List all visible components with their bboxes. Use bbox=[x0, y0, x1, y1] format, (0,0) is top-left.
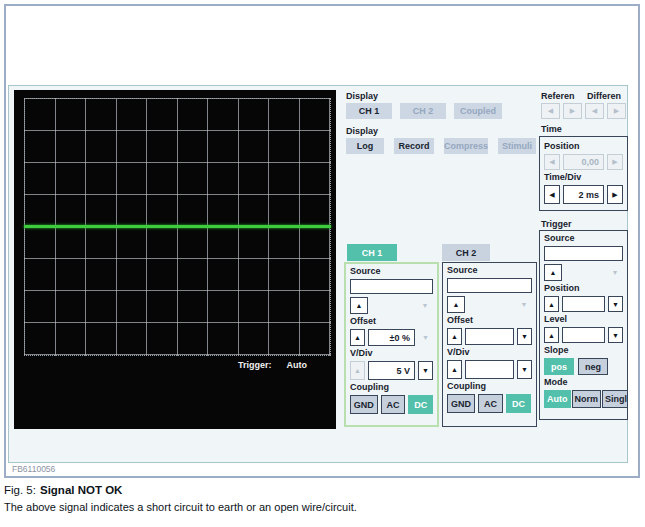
stimuli-button[interactable]: Stimuli bbox=[498, 138, 536, 154]
ch1-coupling-label: Coupling bbox=[350, 382, 433, 392]
figure-caption: Fig. 5:Signal NOT OK bbox=[4, 484, 122, 496]
up-arrow-icon: ▲ bbox=[354, 367, 361, 374]
display-coupled-button[interactable]: Coupled bbox=[454, 103, 502, 119]
timediv-increment-button[interactable]: ▶ bbox=[607, 185, 623, 204]
ch1-panel: Source ▲ ▼ Offset ▲ ±0 % ▼ V/Div ▲ 5 V ▼… bbox=[344, 262, 439, 427]
down-arrow-icon: ▼ bbox=[521, 301, 528, 308]
reference-arrows: ◀ ▶ bbox=[541, 103, 582, 119]
figure-caption-prefix: Fig. 5: bbox=[4, 484, 36, 496]
time-position-decrement-button[interactable]: ◀ bbox=[544, 154, 560, 170]
slope-neg-button[interactable]: neg bbox=[578, 358, 608, 375]
ch1-tab-button[interactable]: CH 1 bbox=[347, 244, 397, 261]
time-group-label: Time bbox=[541, 124, 562, 134]
ch2-vdiv-down-button[interactable]: ▼ bbox=[517, 360, 532, 379]
difference-next-button[interactable]: ▶ bbox=[607, 103, 626, 119]
trigger-position-value bbox=[562, 296, 605, 312]
ch1-vdiv-down-button[interactable]: ▼ bbox=[418, 361, 433, 380]
up-arrow-icon: ▲ bbox=[354, 334, 361, 341]
trigger-readout-value: Auto bbox=[287, 360, 308, 370]
ch1-coupling-gnd-button[interactable]: GND bbox=[350, 395, 378, 414]
ch1-coupling-ac-button[interactable]: AC bbox=[381, 395, 406, 414]
trigger-readout-label: Trigger: bbox=[238, 360, 272, 370]
ch2-vdiv-up-button[interactable]: ▲ bbox=[447, 360, 462, 379]
time-position-increment-button[interactable]: ▶ bbox=[607, 154, 623, 170]
trigger-position-down-button[interactable]: ▼ bbox=[608, 296, 623, 312]
ch1-source-up-button[interactable]: ▲ bbox=[350, 297, 368, 314]
trigger-level-value bbox=[562, 327, 605, 343]
ch2-panel: Source ▲ ▼ Offset ▲ ▼ V/Div ▲ ▼ Coupling… bbox=[442, 262, 537, 427]
ch2-coupling-ac-button[interactable]: AC bbox=[478, 394, 503, 413]
display-ch1-button[interactable]: CH 1 bbox=[346, 103, 392, 119]
ch1-coupling-dc-button[interactable]: DC bbox=[408, 395, 433, 414]
left-arrow-icon: ◀ bbox=[549, 158, 554, 166]
time-position-value: 0,00 bbox=[563, 154, 604, 170]
down-arrow-icon: ▼ bbox=[612, 332, 619, 339]
ch2-source-input[interactable] bbox=[447, 278, 532, 293]
time-group-box: Position ◀ 0,00 ▶ Time/Div ◀ 2 ms ▶ bbox=[539, 136, 628, 211]
timediv-decrement-button[interactable]: ◀ bbox=[544, 185, 560, 204]
ch2-source-down-button[interactable]: ▼ bbox=[516, 296, 532, 313]
ch2-coupling-gnd-button[interactable]: GND bbox=[447, 394, 475, 413]
ch1-offset-up-button[interactable]: ▲ bbox=[350, 329, 365, 346]
difference-prev-button[interactable]: ◀ bbox=[585, 103, 604, 119]
ch1-source-down-button[interactable]: ▼ bbox=[417, 297, 433, 314]
log-button[interactable]: Log bbox=[346, 138, 384, 154]
ch2-source-up-button[interactable]: ▲ bbox=[447, 296, 465, 313]
ch2-vdiv-label: V/Div bbox=[447, 347, 532, 357]
trigger-source-label: Source bbox=[544, 233, 623, 243]
display-channels-row: CH 1 CH 2 Coupled bbox=[346, 103, 502, 119]
up-arrow-icon: ▲ bbox=[550, 269, 557, 276]
reference-next-button[interactable]: ▶ bbox=[563, 103, 582, 119]
up-arrow-icon: ▲ bbox=[451, 366, 458, 373]
trigger-source-input[interactable] bbox=[544, 246, 623, 261]
trigger-slope-label: Slope bbox=[544, 345, 623, 355]
trigger-position-up-button[interactable]: ▲ bbox=[544, 296, 559, 312]
mode-auto-button[interactable]: Auto bbox=[544, 390, 571, 408]
ch2-offset-up-button[interactable]: ▲ bbox=[447, 328, 462, 345]
ch1-offset-down-button[interactable]: ▼ bbox=[418, 329, 433, 346]
trigger-group-label: Trigger bbox=[541, 219, 572, 229]
display-modes-label: Display bbox=[346, 126, 378, 136]
difference-arrows: ◀ ▶ bbox=[585, 103, 626, 119]
trigger-readout: Trigger: Auto bbox=[238, 360, 307, 370]
scope-display: Trigger: Auto bbox=[14, 90, 336, 429]
trigger-level-up-button[interactable]: ▲ bbox=[544, 327, 559, 343]
left-arrow-icon: ◀ bbox=[592, 107, 597, 115]
down-arrow-icon: ▼ bbox=[612, 269, 619, 276]
up-arrow-icon: ▲ bbox=[548, 332, 555, 339]
ch1-offset-label: Offset bbox=[350, 316, 433, 326]
ch1-vdiv-up-button[interactable]: ▲ bbox=[350, 361, 365, 380]
ch2-offset-value bbox=[465, 328, 514, 345]
trigger-position-label: Position bbox=[544, 283, 623, 293]
ch2-offset-down-button[interactable]: ▼ bbox=[517, 328, 532, 345]
ch2-tab-button[interactable]: CH 2 bbox=[442, 244, 490, 261]
signal-trace bbox=[24, 225, 331, 228]
mode-single-button[interactable]: Single bbox=[602, 390, 628, 408]
ch1-vdiv-value: 5 V bbox=[368, 361, 415, 380]
down-arrow-icon: ▼ bbox=[422, 334, 429, 341]
ch1-offset-value: ±0 % bbox=[368, 329, 415, 346]
trigger-level-label: Level bbox=[544, 314, 623, 324]
reference-prev-button[interactable]: ◀ bbox=[541, 103, 560, 119]
display-ch2-button[interactable]: CH 2 bbox=[400, 103, 446, 119]
trigger-level-down-button[interactable]: ▼ bbox=[608, 327, 623, 343]
record-button[interactable]: Record bbox=[394, 138, 434, 154]
trigger-source-down-button[interactable]: ▼ bbox=[607, 264, 623, 281]
right-arrow-icon: ▶ bbox=[614, 107, 619, 115]
timediv-label: Time/Div bbox=[544, 172, 623, 182]
trigger-source-up-button[interactable]: ▲ bbox=[544, 264, 562, 281]
left-arrow-icon: ◀ bbox=[549, 191, 554, 199]
ch2-coupling-dc-button[interactable]: DC bbox=[506, 394, 531, 413]
down-arrow-icon: ▼ bbox=[521, 366, 528, 373]
ch1-source-input[interactable] bbox=[350, 279, 433, 294]
compress-button[interactable]: Compress bbox=[444, 138, 488, 154]
down-arrow-icon: ▼ bbox=[521, 333, 528, 340]
ch2-vdiv-value bbox=[465, 360, 514, 379]
difference-label: Differen bbox=[587, 91, 621, 101]
slope-pos-button[interactable]: pos bbox=[544, 358, 574, 375]
up-arrow-icon: ▲ bbox=[453, 301, 460, 308]
trigger-mode-label: Mode bbox=[544, 377, 623, 387]
right-arrow-icon: ▶ bbox=[612, 158, 617, 166]
oscilloscope-screenshot: Trigger: Auto Display CH 1 CH 2 Coupled … bbox=[8, 85, 628, 463]
mode-norm-button[interactable]: Norm bbox=[572, 390, 602, 408]
